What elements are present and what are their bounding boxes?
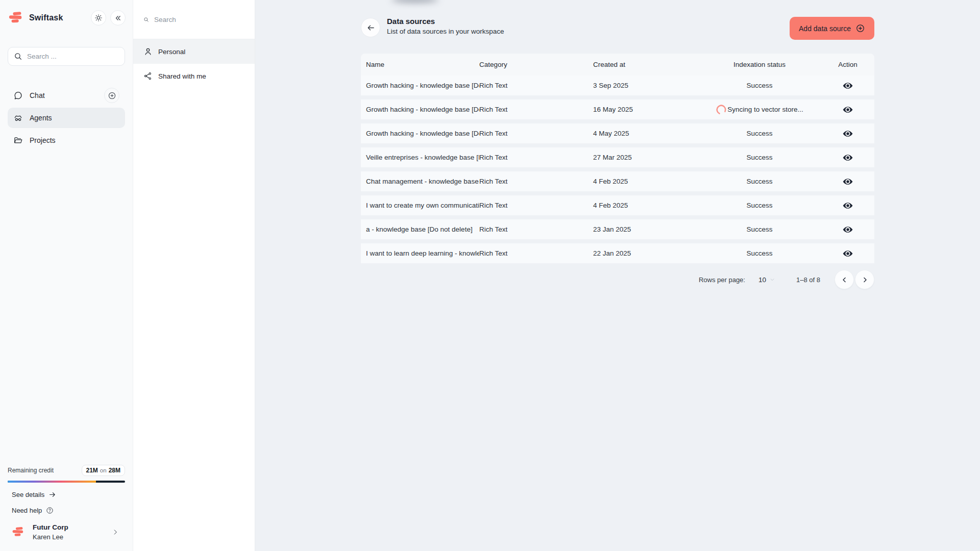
cell-action (821, 199, 874, 212)
share-icon (143, 71, 153, 81)
theme-toggle-button[interactable] (91, 10, 106, 26)
sun-icon (94, 14, 103, 22)
table-row: Chat management - knowledge base [DRich … (361, 171, 874, 195)
cell-name: a - knowledge base [Do not delete] (361, 226, 479, 233)
sidebar-item-projects[interactable]: Projects (8, 130, 125, 151)
status-text: Syncing to vector store... (727, 106, 803, 113)
status-text: Success (746, 130, 772, 137)
arrow-left-icon (366, 23, 375, 32)
cell-category: Rich Text (479, 249, 593, 257)
cell-status: Success (698, 82, 821, 89)
cell-action (821, 151, 874, 164)
column-header-name: Name (361, 61, 479, 68)
credit-used: 21M (86, 467, 98, 474)
panel-search[interactable] (133, 0, 255, 39)
cell-action (821, 103, 874, 116)
add-data-source-label: Add data source (799, 24, 851, 33)
cell-category: Rich Text (479, 154, 593, 161)
rows-per-page-label: Rows per page: (699, 276, 745, 284)
rows-per-page-select[interactable]: 10 (758, 276, 775, 284)
need-help-label: Need help (12, 507, 42, 514)
eye-icon (842, 80, 853, 91)
collapse-sidebar-button[interactable] (110, 10, 126, 26)
chevron-right-icon (861, 276, 869, 284)
plus-circle-icon (855, 23, 865, 33)
data-sources-panel: Personal Shared with me (133, 0, 255, 551)
table-body: Growth hacking - knowledge base [Do nRic… (361, 76, 874, 267)
eye-icon (842, 104, 853, 115)
panel-search-input[interactable] (154, 16, 244, 23)
status-text: Success (746, 82, 772, 89)
sidebar-footer: Remaining credit 21M on 28M See details … (0, 465, 133, 551)
credit-separator: on (100, 467, 107, 473)
view-button[interactable] (841, 223, 854, 236)
view-button[interactable] (841, 103, 854, 116)
double-chevron-left-icon (114, 14, 122, 22)
workspace-name: Futur Corp (33, 523, 68, 531)
column-header-action: Action (821, 61, 874, 68)
cell-name: Veille entreprises - knowledge base [Do (361, 154, 479, 161)
page-header: Data sources List of data sources in you… (361, 17, 874, 40)
cell-status: Success (698, 178, 821, 185)
cell-name: Chat management - knowledge base [D (361, 178, 479, 185)
agents-incognito-icon (13, 113, 23, 123)
cell-action (821, 175, 874, 188)
cell-name: Growth hacking - knowledge base [Do n (361, 130, 479, 137)
eye-icon (842, 248, 853, 259)
column-header-status: Indexation status (698, 61, 821, 68)
tab-label: Personal (158, 48, 185, 56)
back-button[interactable] (361, 18, 380, 37)
search-icon (14, 52, 22, 61)
credit-progress-fill (8, 481, 96, 483)
eye-icon (842, 200, 853, 211)
search-icon (143, 15, 149, 24)
table-row: Veille entreprises - knowledge base [DoR… (361, 147, 874, 171)
caret-down-icon (770, 277, 775, 282)
sidebar-search[interactable] (8, 47, 125, 66)
table-row: I want to create my own communicationRic… (361, 195, 874, 219)
table-row: Growth hacking - knowledge base [Do nRic… (361, 123, 874, 147)
arrow-right-icon (48, 491, 56, 498)
view-button[interactable] (841, 199, 854, 212)
sidebar-item-label: Chat (30, 91, 45, 99)
view-button[interactable] (841, 127, 854, 140)
column-header-category: Category (479, 61, 593, 68)
account-switcher[interactable]: Futur Corp Karen Lee (8, 523, 125, 541)
tab-personal[interactable]: Personal (133, 39, 255, 64)
eye-icon (842, 224, 853, 235)
cell-name: I want to learn deep learning - knowledg (361, 249, 479, 257)
tab-label: Shared with me (158, 72, 206, 80)
sidebar-item-label: Projects (30, 136, 56, 144)
next-page-button[interactable] (855, 270, 874, 289)
sidebar-item-agents[interactable]: Agents (8, 108, 125, 128)
spinner-icon (716, 104, 727, 115)
sidebar-item-chat[interactable]: Chat (8, 85, 125, 106)
cell-name: Growth hacking - knowledge base [Do n (361, 82, 479, 89)
new-chat-button[interactable] (104, 88, 119, 103)
view-button[interactable] (841, 247, 854, 260)
cell-status: Syncing to vector store... (698, 104, 821, 115)
workspace-logo-icon (12, 527, 26, 538)
sidebar-search-input[interactable] (27, 53, 119, 60)
sidebar-nav: Chat Agents (8, 85, 125, 153)
need-help-link[interactable]: Need help (12, 507, 125, 514)
eye-icon (842, 152, 853, 163)
see-details-link[interactable]: See details (12, 491, 125, 498)
view-button[interactable] (841, 151, 854, 164)
status-text: Success (746, 154, 772, 161)
previous-page-button[interactable] (835, 270, 854, 289)
status-text: Success (746, 249, 772, 257)
view-button[interactable] (841, 79, 854, 92)
credit-progress-bar (8, 481, 125, 483)
add-data-source-button[interactable]: Add data source (790, 17, 874, 40)
pagination-range: 1–8 of 8 (796, 276, 820, 284)
cell-name: Growth hacking - knowledge base [Do n (361, 106, 479, 113)
view-button[interactable] (841, 175, 854, 188)
cell-action (821, 223, 874, 236)
tab-shared-with-me[interactable]: Shared with me (133, 64, 255, 88)
table-row: I want to learn deep learning - knowledg… (361, 243, 874, 267)
page-title: Data sources (387, 17, 504, 26)
top-shadow-decoration (391, 0, 438, 3)
eye-icon (842, 176, 853, 187)
sidebar: Swiftask (0, 0, 133, 551)
